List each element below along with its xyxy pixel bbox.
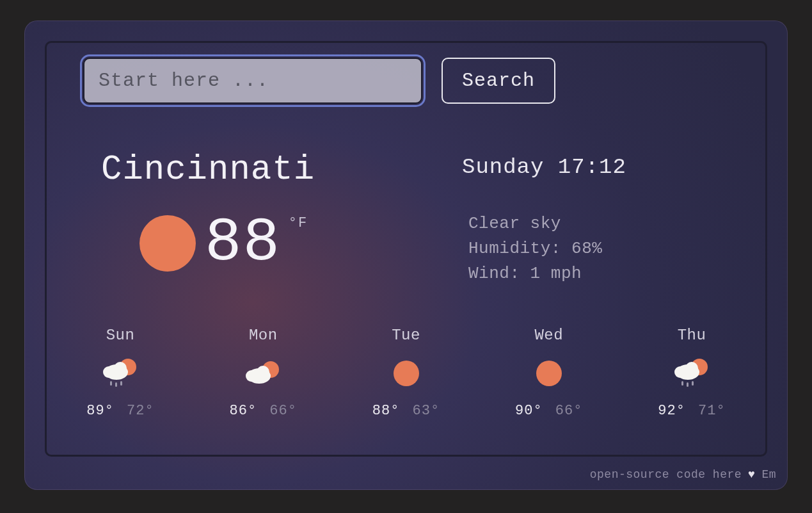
condition-wind: Wind: 1 mph bbox=[468, 261, 602, 286]
forecast-temps: 88° 63° bbox=[372, 403, 440, 419]
current-conditions: 88 °F bbox=[139, 213, 281, 274]
cloud-sun-rain-icon bbox=[101, 355, 139, 391]
forecast-hi: 86° bbox=[230, 403, 257, 419]
cloud-sun-icon bbox=[244, 355, 282, 391]
forecast-hi: 89° bbox=[86, 403, 114, 419]
forecast-lo: 63° bbox=[413, 403, 440, 419]
clear-sky-icon bbox=[391, 355, 422, 391]
forecast-lo: 66° bbox=[269, 403, 297, 419]
svg-point-9 bbox=[246, 370, 257, 382]
svg-point-12 bbox=[536, 361, 562, 386]
svg-point-16 bbox=[685, 362, 698, 375]
svg-point-2 bbox=[103, 366, 115, 378]
clear-sky-icon bbox=[139, 215, 196, 272]
forecast-hi: 92° bbox=[658, 403, 685, 419]
svg-point-11 bbox=[394, 361, 419, 386]
forecast-lo: 71° bbox=[698, 403, 726, 419]
forecast-lo: 72° bbox=[127, 403, 154, 419]
forecast-hi: 90° bbox=[515, 403, 543, 419]
temp-value: 88 bbox=[205, 208, 281, 278]
city-name: Cincinnati bbox=[101, 150, 315, 189]
forecast-day: Tue 88° 63° bbox=[355, 327, 458, 419]
search-row: Search bbox=[83, 58, 555, 104]
svg-rect-5 bbox=[115, 382, 117, 387]
footer-link[interactable]: open-source code here bbox=[590, 468, 742, 481]
svg-rect-18 bbox=[687, 382, 689, 387]
forecast-day-label: Wed bbox=[534, 327, 563, 344]
heart-icon: ♥ bbox=[748, 468, 755, 481]
forecast-day: Wed 90° 66° bbox=[498, 327, 600, 419]
forecast-day-label: Thu bbox=[678, 327, 706, 344]
svg-point-3 bbox=[114, 362, 127, 375]
forecast-day-label: Mon bbox=[249, 327, 278, 344]
forecast-temps: 90° 66° bbox=[515, 403, 582, 419]
weather-panel: Search Cincinnati 88 °F Sunday 17:12 Cle… bbox=[24, 20, 788, 490]
svg-rect-19 bbox=[692, 381, 694, 386]
forecast-temps: 89° 72° bbox=[86, 403, 154, 419]
condition-humidity: Humidity: 68% bbox=[468, 236, 602, 261]
forecast-hi: 88° bbox=[372, 403, 400, 419]
svg-point-10 bbox=[257, 366, 269, 379]
svg-rect-17 bbox=[681, 381, 683, 386]
forecast-lo: 66° bbox=[555, 403, 583, 419]
forecast-day-label: Sun bbox=[106, 327, 135, 344]
current-datetime: Sunday 17:12 bbox=[462, 155, 626, 179]
forecast-day: Thu 92° 71° bbox=[641, 327, 743, 419]
search-button[interactable]: Search bbox=[442, 58, 555, 104]
svg-rect-6 bbox=[120, 381, 122, 386]
footer-author: Em bbox=[761, 468, 776, 481]
footer: open-source code here ♥ Em bbox=[590, 468, 776, 481]
forecast-temps: 92° 71° bbox=[658, 403, 725, 419]
conditions-block: Clear sky Humidity: 68% Wind: 1 mph bbox=[468, 211, 602, 286]
current-temperature: 88 °F bbox=[205, 213, 281, 274]
cloud-sun-rain-icon bbox=[673, 355, 711, 391]
svg-rect-4 bbox=[110, 381, 112, 386]
forecast-row: Sun 89° 72° Mon bbox=[69, 327, 743, 419]
svg-point-15 bbox=[674, 366, 686, 378]
clear-sky-icon bbox=[534, 355, 564, 391]
forecast-temps: 86° 66° bbox=[230, 403, 297, 419]
condition-description: Clear sky bbox=[468, 211, 602, 236]
forecast-day: Mon 86° 66° bbox=[212, 327, 314, 419]
temp-unit: °F bbox=[289, 216, 308, 231]
forecast-day-label: Tue bbox=[392, 327, 420, 344]
forecast-day: Sun 89° 72° bbox=[69, 327, 171, 419]
city-search-input[interactable] bbox=[83, 58, 422, 104]
